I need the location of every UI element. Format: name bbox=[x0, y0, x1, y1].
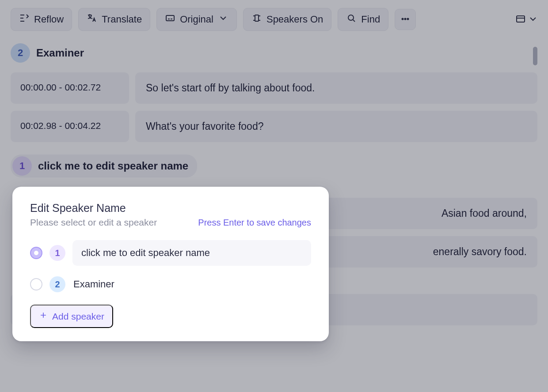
svg-rect-0 bbox=[166, 15, 174, 21]
original-dropdown[interactable]: Original bbox=[156, 8, 237, 31]
speaker-header-examiner[interactable]: 2 Examiner bbox=[11, 41, 537, 65]
toolbar: Reflow Translate Original Speakers On bbox=[11, 8, 537, 31]
translate-button[interactable]: Translate bbox=[78, 8, 150, 31]
edit-speaker-popover: Edit Speaker Name Please select or edit … bbox=[12, 187, 329, 341]
speakers-icon bbox=[251, 13, 262, 26]
speaker-option-2[interactable]: 2 Examiner bbox=[30, 274, 311, 295]
more-icon bbox=[400, 14, 411, 26]
find-button[interactable]: Find bbox=[338, 8, 388, 31]
popover-subtitle-row: Please select or edit a speaker Press En… bbox=[30, 217, 311, 228]
speaker-chip[interactable]: 1 click me to edit speaker name bbox=[11, 155, 197, 177]
popover-subtitle: Please select or edit a speaker bbox=[30, 217, 157, 228]
popover-hint: Press Enter to save changes bbox=[198, 218, 311, 228]
speaker-header-unnamed[interactable]: 1 click me to edit speaker name bbox=[11, 153, 537, 180]
popover-title: Edit Speaker Name bbox=[30, 202, 311, 215]
speaker-name-input[interactable]: click me to edit speaker name bbox=[72, 240, 311, 266]
layout-dropdown[interactable] bbox=[516, 9, 537, 30]
search-icon bbox=[346, 13, 357, 26]
segment-time[interactable]: 00:02.98 - 00:04.22 bbox=[11, 111, 129, 142]
original-label: Original bbox=[180, 14, 213, 25]
translate-icon bbox=[87, 13, 97, 26]
toolbar-right bbox=[516, 9, 537, 30]
chevron-down-icon bbox=[218, 13, 228, 26]
reflow-label: Reflow bbox=[34, 14, 64, 25]
more-button[interactable] bbox=[395, 9, 416, 30]
speakers-toggle[interactable]: Speakers On bbox=[243, 8, 331, 31]
speakers-label: Speakers On bbox=[266, 14, 323, 25]
layout-icon bbox=[515, 14, 526, 26]
svg-rect-6 bbox=[517, 16, 525, 22]
radio-unselected[interactable] bbox=[30, 278, 42, 290]
speaker-badge-small: 2 bbox=[49, 276, 65, 292]
speaker-badge-small: 1 bbox=[49, 245, 65, 261]
subtitle-icon bbox=[165, 13, 175, 26]
speaker-badge: 1 bbox=[12, 156, 32, 176]
speaker-name-label: click me to edit speaker name bbox=[38, 160, 188, 172]
transcript-segment: 00:02.98 - 00:04.22 What's your favorite… bbox=[11, 111, 537, 142]
plus-icon bbox=[39, 311, 48, 322]
svg-point-4 bbox=[405, 18, 406, 19]
app-root: Reflow Translate Original Speakers On bbox=[0, 0, 548, 392]
translate-label: Translate bbox=[102, 14, 142, 25]
speaker-badge: 2 bbox=[11, 43, 30, 63]
speaker-name-label: Examiner bbox=[36, 47, 84, 59]
transcript-segment: 00:00.00 - 00:02.72 So let's start off b… bbox=[11, 72, 537, 104]
svg-point-3 bbox=[402, 18, 403, 19]
segment-text[interactable]: What's your favorite food? bbox=[135, 111, 537, 142]
find-label: Find bbox=[361, 14, 380, 25]
speaker-option-label: Examiner bbox=[72, 279, 114, 290]
segment-text[interactable]: So let's start off by talking about food… bbox=[135, 72, 537, 104]
reflow-icon bbox=[19, 13, 30, 26]
speaker-option-1[interactable]: 1 click me to edit speaker name bbox=[30, 237, 311, 268]
chevron-down-icon bbox=[528, 14, 538, 26]
scrollbar-thumb[interactable] bbox=[533, 47, 537, 65]
segment-time[interactable]: 00:00.00 - 00:02.72 bbox=[11, 72, 129, 104]
svg-point-2 bbox=[348, 15, 354, 20]
add-speaker-label: Add speaker bbox=[52, 311, 104, 322]
svg-rect-1 bbox=[255, 15, 259, 21]
add-speaker-button[interactable]: Add speaker bbox=[30, 305, 113, 328]
radio-selected[interactable] bbox=[30, 247, 42, 259]
reflow-button[interactable]: Reflow bbox=[11, 8, 72, 31]
svg-point-5 bbox=[407, 18, 409, 19]
